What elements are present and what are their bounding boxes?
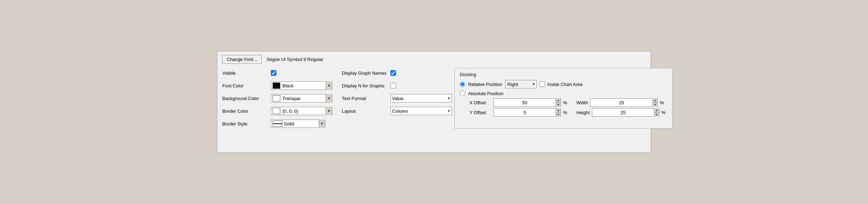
- border-color-arrow-icon[interactable]: ▼: [326, 107, 332, 115]
- layout-row: Layout Column Row: [342, 106, 444, 116]
- height-percent: %: [662, 110, 667, 115]
- docking-panel: Docking Relative Position Right Left Top…: [454, 68, 672, 129]
- border-color-value: (0, 0, 0): [282, 109, 326, 114]
- bg-color-dropdown[interactable]: Transpar ▼: [271, 94, 332, 103]
- width-arrows: ▲ ▼: [652, 98, 657, 107]
- display-n-label: Display N for Graphs: [342, 83, 388, 88]
- layout-label: Layout: [342, 109, 388, 114]
- x-offset-up-icon[interactable]: ▲: [556, 98, 561, 103]
- inside-chart-label: Inside Chart Area: [547, 82, 582, 87]
- position-select[interactable]: Right Left Top Bottom: [505, 80, 537, 88]
- border-style-arrow-icon[interactable]: ▼: [319, 119, 325, 128]
- bg-color-swatch: [273, 95, 280, 101]
- top-row: Change Font... Segoe UI Symbol 9 Regular: [222, 55, 646, 64]
- font-color-dropdown[interactable]: Black ▼: [271, 81, 332, 90]
- font-color-row: Font Color Black ▼: [222, 81, 335, 91]
- relative-position-label: Relative Position: [468, 82, 502, 87]
- text-format-select[interactable]: Value Percent Both: [390, 94, 452, 103]
- bg-color-label: Background Color: [222, 96, 268, 101]
- y-offset-spinbox: ▲ ▼: [493, 108, 561, 117]
- border-color-swatch: [273, 108, 280, 114]
- x-offset-arrows: ▲ ▼: [556, 98, 561, 107]
- y-offset-input[interactable]: [494, 109, 556, 116]
- x-offset-percent: %: [563, 100, 569, 105]
- width-input[interactable]: [591, 99, 652, 106]
- height-label: Height: [571, 110, 590, 115]
- display-n-checkbox-wrapper: [390, 83, 396, 88]
- visible-checkbox[interactable]: [271, 70, 276, 76]
- bg-color-row: Background Color Transpar ▼: [222, 93, 335, 103]
- border-color-dropdown[interactable]: (0, 0, 0) ▼: [271, 107, 332, 115]
- display-graph-names-checkbox[interactable]: [390, 70, 396, 76]
- height-arrows: ▲ ▼: [654, 108, 659, 117]
- border-style-label: Border Style: [222, 121, 268, 126]
- border-color-row: Border Color (0, 0, 0) ▼: [222, 106, 335, 116]
- y-offset-percent: %: [563, 110, 569, 115]
- x-offset-spinbox: ▲ ▼: [493, 98, 561, 107]
- absolute-position-radio[interactable]: [460, 91, 465, 96]
- absolute-position-row: Absolute Position: [460, 91, 667, 96]
- font-color-swatch: [273, 82, 280, 89]
- docking-title: Docking: [460, 72, 667, 77]
- y-offset-arrows: ▲ ▼: [556, 108, 561, 117]
- font-color-value: Black: [282, 83, 326, 88]
- display-graph-names-row: Display Graph Names: [342, 68, 444, 78]
- layout-select-wrapper: Column Row: [390, 107, 452, 115]
- y-offset-row: Y Offset ▲ ▼ % Height ▲ ▼: [470, 108, 667, 117]
- relative-position-row: Relative Position Right Left Top Bottom …: [460, 80, 667, 88]
- inside-chart-row: Inside Chart Area: [540, 81, 582, 87]
- visible-row: Visible: [222, 68, 335, 78]
- content-row: Visible Font Color Black ▼ Background Co…: [222, 68, 646, 129]
- width-up-icon[interactable]: ▲: [653, 98, 657, 103]
- left-panel: Visible Font Color Black ▼ Background Co…: [222, 68, 342, 129]
- font-color-label: Font Color: [222, 83, 268, 88]
- x-offset-label: X Offset: [470, 100, 491, 105]
- display-n-checkbox[interactable]: [390, 83, 396, 88]
- display-graph-names-label: Display Graph Names: [342, 70, 388, 76]
- position-select-wrapper: Right Left Top Bottom: [505, 80, 537, 88]
- visible-checkbox-wrapper: [271, 70, 276, 76]
- display-graph-names-checkbox-wrapper: [390, 70, 396, 76]
- height-spinbox: ▲ ▼: [592, 108, 659, 117]
- border-style-dropdown[interactable]: Solid ▼: [271, 119, 325, 128]
- font-name-label: Segoe UI Symbol 9 Regular: [267, 57, 323, 62]
- x-offset-row: X Offset ▲ ▼ % Width ▲ ▼: [470, 98, 667, 107]
- center-panel: Display Graph Names Display N for Graphs…: [342, 68, 451, 129]
- width-percent: %: [660, 100, 665, 105]
- bg-color-arrow-icon[interactable]: ▼: [326, 94, 332, 103]
- border-style-icon: [273, 120, 282, 127]
- display-n-row: Display N for Graphs: [342, 81, 444, 91]
- text-format-label: Text Format: [342, 96, 388, 101]
- width-label: Width: [571, 100, 588, 105]
- y-offset-up-icon[interactable]: ▲: [556, 108, 561, 113]
- absolute-position-label: Absolute Position: [468, 91, 503, 96]
- change-font-button[interactable]: Change Font...: [222, 55, 262, 64]
- visible-label: Visible: [222, 70, 268, 76]
- bg-color-value: Transpar: [282, 96, 326, 101]
- main-panel: Change Font... Segoe UI Symbol 9 Regular…: [217, 51, 651, 153]
- width-spinbox: ▲ ▼: [590, 98, 658, 107]
- text-format-row: Text Format Value Percent Both: [342, 93, 444, 103]
- height-input[interactable]: [592, 109, 654, 116]
- inside-chart-checkbox[interactable]: [540, 81, 545, 87]
- border-style-row: Border Style Solid ▼: [222, 119, 335, 129]
- font-color-arrow-icon[interactable]: ▼: [326, 81, 332, 90]
- border-style-value: Solid: [284, 121, 319, 126]
- docking-offsets: X Offset ▲ ▼ % Width ▲ ▼: [460, 98, 667, 117]
- border-color-label: Border Color: [222, 109, 268, 114]
- x-offset-down-icon[interactable]: ▼: [556, 103, 561, 107]
- relative-position-radio[interactable]: [460, 81, 465, 87]
- y-offset-down-icon[interactable]: ▼: [556, 113, 561, 117]
- height-up-icon[interactable]: ▲: [655, 108, 659, 113]
- y-offset-label: Y Offset: [470, 110, 491, 115]
- x-offset-input[interactable]: [494, 99, 556, 106]
- width-down-icon[interactable]: ▼: [653, 103, 657, 107]
- height-down-icon[interactable]: ▼: [655, 113, 659, 117]
- text-format-select-wrapper: Value Percent Both: [390, 94, 452, 103]
- layout-select[interactable]: Column Row: [390, 107, 452, 115]
